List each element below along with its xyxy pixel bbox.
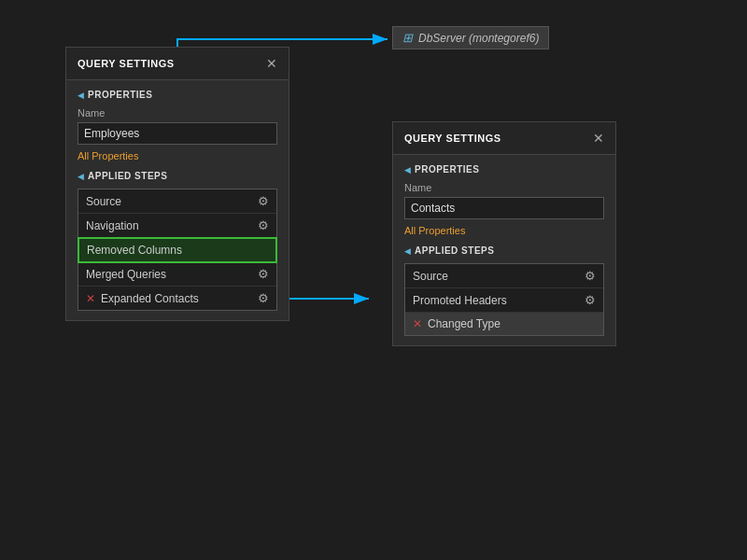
left-step-merged-queries-name: Merged Queries [86, 268, 258, 281]
left-step-removed-columns-name: Removed Columns [87, 244, 268, 257]
left-step-x-icon: ✕ [86, 292, 95, 305]
right-step-promoted-gear[interactable]: ⚙ [585, 293, 596, 307]
right-name-label: Name [404, 182, 604, 193]
left-step-source-gear[interactable]: ⚙ [258, 194, 269, 208]
right-applied-steps: ◀ APPLIED STEPS Source ⚙ Promoted Header… [404, 245, 604, 336]
db-server-label: ⊞ DbServer (montegoref6) [392, 26, 549, 49]
right-panel-close[interactable]: ✕ [593, 132, 604, 145]
right-step-source-name: Source [413, 270, 585, 283]
right-step-changed-type-name: ✕ Changed Type [413, 317, 596, 330]
right-properties-triangle: ◀ [404, 165, 411, 175]
right-step-changed-type[interactable]: ✕ Changed Type [405, 313, 603, 335]
right-step-x-icon: ✕ [413, 317, 422, 330]
left-step-merged-queries[interactable]: Merged Queries ⚙ [78, 262, 276, 287]
left-step-expanded-contacts[interactable]: ✕ Expanded Contacts ⚙ [78, 287, 276, 310]
left-step-navigation-gear[interactable]: ⚙ [258, 218, 269, 232]
right-properties-title: PROPERTIES [415, 164, 479, 175]
right-step-source[interactable]: Source ⚙ [405, 264, 603, 288]
right-steps-title: APPLIED STEPS [415, 245, 494, 256]
right-step-promoted-headers-name: Promoted Headers [413, 294, 585, 307]
right-step-promoted-headers[interactable]: Promoted Headers ⚙ [405, 288, 603, 313]
left-step-expanded-contacts-name: ✕ Expanded Contacts [86, 292, 258, 305]
right-panel-body: ◀ PROPERTIES Name All Properties ◀ APPLI… [393, 155, 615, 345]
right-name-input[interactable] [404, 197, 604, 219]
left-properties-title: PROPERTIES [88, 90, 152, 100]
right-properties-header: ◀ PROPERTIES [404, 164, 604, 175]
left-panel-close[interactable]: ✕ [266, 57, 277, 70]
right-steps-header: ◀ APPLIED STEPS [404, 245, 604, 256]
left-panel-body: ◀ PROPERTIES Name All Properties ◀ APPLI… [66, 80, 289, 320]
right-steps-list: Source ⚙ Promoted Headers ⚙ ✕ Changed Ty… [404, 263, 604, 336]
left-panel-title: QUERY SETTINGS [78, 58, 175, 69]
left-steps-header: ◀ APPLIED STEPS [78, 171, 277, 181]
left-steps-triangle: ◀ [78, 172, 84, 181]
left-name-input[interactable] [78, 122, 277, 145]
left-all-properties-link[interactable]: All Properties [78, 150, 277, 161]
left-properties-triangle: ◀ [78, 91, 84, 100]
right-panel-header: QUERY SETTINGS ✕ [393, 122, 615, 155]
left-step-source-name: Source [86, 195, 258, 208]
left-steps-list: Source ⚙ Navigation ⚙ Removed Columns Me… [78, 189, 277, 311]
left-step-expanded-gear[interactable]: ⚙ [258, 291, 269, 305]
left-step-source[interactable]: Source ⚙ [78, 189, 276, 214]
right-all-properties-link[interactable]: All Properties [404, 225, 604, 236]
db-icon: ⊞ [402, 31, 413, 45]
right-step-source-gear[interactable]: ⚙ [585, 269, 596, 283]
left-panel-header: QUERY SETTINGS ✕ [66, 48, 289, 80]
left-properties-header: ◀ PROPERTIES [78, 90, 277, 100]
db-server-text: DbServer (montegoref6) [418, 32, 539, 45]
right-panel: QUERY SETTINGS ✕ ◀ PROPERTIES Name All P… [392, 121, 616, 346]
left-step-navigation-name: Navigation [86, 219, 258, 232]
left-name-label: Name [78, 107, 277, 119]
right-panel-title: QUERY SETTINGS [404, 133, 501, 144]
left-step-removed-columns[interactable]: Removed Columns [78, 237, 277, 263]
left-step-merged-gear[interactable]: ⚙ [258, 267, 269, 281]
left-applied-steps: ◀ APPLIED STEPS Source ⚙ Navigation ⚙ Re… [78, 171, 277, 311]
right-steps-triangle: ◀ [404, 246, 411, 256]
left-step-navigation[interactable]: Navigation ⚙ [78, 214, 276, 238]
left-steps-title: APPLIED STEPS [88, 171, 167, 181]
left-panel: QUERY SETTINGS ✕ ◀ PROPERTIES Name All P… [65, 47, 289, 321]
